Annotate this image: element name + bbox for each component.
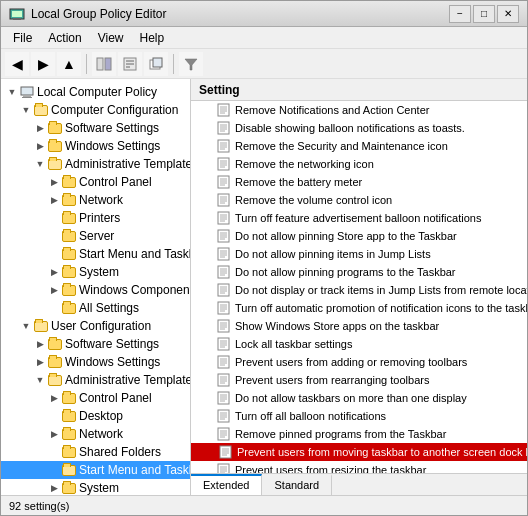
setting-doc-icon [215, 373, 231, 387]
expand-icon: ▶ [33, 139, 47, 153]
settings-list[interactable]: Remove Notifications and Action CenterDi… [191, 101, 527, 473]
setting-doc-icon [215, 355, 231, 369]
toolbar-forward[interactable]: ▶ [31, 52, 55, 76]
setting-item-12[interactable]: Show Windows Store apps on the taskbar [191, 317, 527, 335]
setting-item-10[interactable]: Do not display or track items in Jump Li… [191, 281, 527, 299]
node-label: Computer Configuration [51, 103, 178, 117]
tree-node-admin-templates-2[interactable]: ▼ Administrative Templates [1, 371, 190, 389]
tree-node-printers[interactable]: Printers [1, 209, 190, 227]
tab-extended[interactable]: Extended [191, 474, 262, 495]
setting-item-2[interactable]: Remove the Security and Maintenance icon [191, 137, 527, 155]
status-text: 92 setting(s) [9, 500, 70, 512]
setting-item-4[interactable]: Remove the battery meter [191, 173, 527, 191]
tree-node-server[interactable]: Server [1, 227, 190, 245]
tree-node-user-configuration[interactable]: ▼ User Configuration [1, 317, 190, 335]
setting-item-6[interactable]: Turn off feature advertisement balloon n… [191, 209, 527, 227]
tree-node-local-computer-policy[interactable]: ▼ Local Computer Policy [1, 83, 190, 101]
maximize-button[interactable]: □ [473, 5, 495, 23]
folder-icon [47, 139, 63, 153]
svg-rect-85 [218, 356, 229, 368]
toolbar-properties[interactable] [118, 52, 142, 76]
expand-icon [47, 211, 61, 225]
setting-item-8[interactable]: Do not allow pinning items in Jump Lists [191, 245, 527, 263]
toolbar-show-hide[interactable] [92, 52, 116, 76]
menu-view[interactable]: View [90, 29, 132, 47]
setting-item-0[interactable]: Remove Notifications and Action Center [191, 101, 527, 119]
setting-arrow [195, 265, 215, 279]
setting-item-1[interactable]: Disable showing balloon notifications as… [191, 119, 527, 137]
menu-file[interactable]: File [5, 29, 40, 47]
tree-node-start-menu-taskbar-1[interactable]: Start Menu and Taskbar [1, 245, 190, 263]
svg-rect-116 [218, 464, 229, 473]
setting-item-5[interactable]: Remove the volume control icon [191, 191, 527, 209]
tree-node-all-settings-1[interactable]: All Settings [1, 299, 190, 317]
setting-item-14[interactable]: Prevent users from adding or removing to… [191, 353, 527, 371]
title-bar-left: Local Group Policy Editor [9, 6, 166, 22]
svg-rect-12 [21, 87, 33, 95]
node-label: System [79, 265, 119, 279]
setting-item-19[interactable]: Prevent users from moving taskbar to ano… [191, 443, 527, 461]
tree-node-admin-templates-1[interactable]: ▼ Administrative Templates [1, 155, 190, 173]
setting-arrow [195, 229, 215, 243]
tree-node-control-panel-2[interactable]: ▶ Control Panel [1, 389, 190, 407]
tree-node-windows-settings-1[interactable]: ▶ Windows Settings [1, 137, 190, 155]
folder-icon [47, 337, 63, 351]
folder-icon [61, 193, 77, 207]
setting-item-7[interactable]: Do not allow pinning Store app to the Ta… [191, 227, 527, 245]
node-label: Windows Settings [65, 139, 160, 153]
setting-item-11[interactable]: Turn off automatic promotion of notifica… [191, 299, 527, 317]
minimize-button[interactable]: − [449, 5, 471, 23]
setting-arrow [195, 247, 215, 261]
tree-node-software-settings-1[interactable]: ▶ Software Settings [1, 119, 190, 137]
tree-node-software-settings-2[interactable]: ▶ Software Settings [1, 335, 190, 353]
svg-rect-1 [12, 11, 22, 17]
tree-node-computer-configuration[interactable]: ▼ Computer Configuration [1, 101, 190, 119]
expand-icon [47, 247, 61, 261]
setting-arrow [195, 175, 215, 189]
close-button[interactable]: ✕ [497, 5, 519, 23]
menu-help[interactable]: Help [132, 29, 173, 47]
svg-rect-70 [218, 302, 229, 314]
setting-label-6: Turn off feature advertisement balloon n… [235, 212, 481, 224]
folder-icon [61, 445, 77, 459]
setting-item-16[interactable]: Do not allow taskbars on more than one d… [191, 389, 527, 407]
tree-node-windows-settings-2[interactable]: ▶ Windows Settings [1, 353, 190, 371]
setting-label-10: Do not display or track items in Jump Li… [235, 284, 527, 296]
tree-node-windows-components-1[interactable]: ▶ Windows Components [1, 281, 190, 299]
setting-item-9[interactable]: Do not allow pinning programs to the Tas… [191, 263, 527, 281]
tree-node-network-1[interactable]: ▶ Network [1, 191, 190, 209]
tree-node-system-2[interactable]: ▶ System [1, 479, 190, 495]
setting-arrow [195, 103, 215, 117]
tree-panel[interactable]: ▼ Local Computer Policy ▼ Computer Confi… [1, 79, 191, 495]
tab-standard[interactable]: Standard [262, 474, 332, 495]
setting-item-15[interactable]: Prevent users from rearranging toolbars [191, 371, 527, 389]
toolbar-up[interactable]: ▲ [57, 52, 81, 76]
folder-icon [33, 319, 49, 333]
setting-item-17[interactable]: Turn off all balloon notifications [191, 407, 527, 425]
tree-node-control-panel-1[interactable]: ▶ Control Panel [1, 173, 190, 191]
setting-doc-icon [215, 229, 231, 243]
tree-node-desktop[interactable]: Desktop [1, 407, 190, 425]
setting-arrow [195, 301, 215, 315]
status-bar: 92 setting(s) [1, 495, 527, 515]
setting-item-20[interactable]: Prevent users from resizing the taskbar [191, 461, 527, 473]
setting-item-3[interactable]: Remove the networking icon [191, 155, 527, 173]
expand-icon: ▶ [47, 283, 61, 297]
folder-icon [61, 409, 77, 423]
setting-item-13[interactable]: Lock all taskbar settings [191, 335, 527, 353]
node-label: Windows Settings [65, 355, 160, 369]
toolbar-filter[interactable] [179, 52, 203, 76]
svg-rect-30 [218, 158, 229, 170]
toolbar-new-window[interactable] [144, 52, 168, 76]
setting-doc-icon [215, 139, 231, 153]
toolbar-back[interactable]: ◀ [5, 52, 29, 76]
tree-node-start-menu-taskbar-2[interactable]: Start Menu and Taskbar [1, 461, 190, 479]
setting-label-9: Do not allow pinning programs to the Tas… [235, 266, 456, 278]
expand-icon [47, 409, 61, 423]
menu-action[interactable]: Action [40, 29, 89, 47]
setting-item-18[interactable]: Remove pinned programs from the Taskbar [191, 425, 527, 443]
tree-node-network-2[interactable]: ▶ Network [1, 425, 190, 443]
tree-node-shared-folders[interactable]: Shared Folders [1, 443, 190, 461]
tree-node-system-1[interactable]: ▶ System [1, 263, 190, 281]
svg-rect-2 [13, 18, 21, 20]
